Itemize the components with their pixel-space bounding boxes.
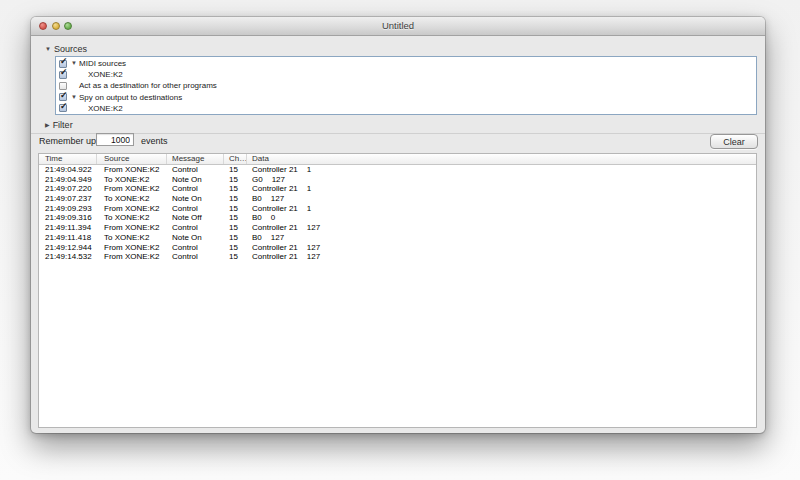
cell-source: From XONE:K2: [97, 252, 167, 262]
data-value: 1: [307, 204, 311, 213]
source-item[interactable]: ✓XONE:K2: [56, 103, 756, 114]
cell-time: 21:49:12.944: [39, 243, 97, 253]
remember-events-input[interactable]: [96, 133, 134, 146]
column-header-channel[interactable]: Ch…: [224, 154, 247, 165]
cell-data: Controller 211: [247, 204, 747, 214]
cell-data: Controller 21127: [247, 243, 747, 253]
data-label: Controller 21: [252, 204, 298, 213]
traffic-lights: [39, 22, 72, 30]
data-label: G0: [252, 175, 263, 184]
cell-message: Control: [167, 252, 224, 262]
sources-section-label: Sources: [54, 44, 87, 54]
data-label: Controller 21: [252, 252, 298, 261]
cell-time: 21:49:09.293: [39, 204, 97, 214]
cell-channel: 15: [224, 252, 247, 262]
data-label: B0: [252, 213, 262, 222]
minimize-button[interactable]: [52, 22, 60, 30]
data-label: Controller 21: [252, 223, 298, 232]
disclosure-collapsed-icon: ▶: [45, 122, 50, 128]
checkmark-glyph: ✓: [60, 56, 68, 67]
cell-data: Controller 21127: [247, 223, 747, 233]
source-item[interactable]: ✓▼Spy on output to destinations: [56, 92, 756, 103]
table-row[interactable]: 21:49:07.220From XONE:K2Control15Control…: [39, 184, 756, 194]
clear-button[interactable]: Clear: [710, 134, 758, 149]
data-label: Controller 21: [252, 243, 298, 252]
cell-message: Note On: [167, 233, 224, 243]
source-item[interactable]: ✓▼MIDI sources: [56, 58, 756, 69]
filter-section-disclosure[interactable]: ▶Filter: [45, 120, 73, 130]
checkbox-checked-icon[interactable]: ✓: [59, 104, 67, 112]
section-divider: [31, 133, 765, 134]
cell-data: Controller 21127: [247, 252, 747, 262]
data-value: 127: [307, 243, 320, 252]
source-item-label: Act as a destination for other programs: [79, 80, 217, 91]
cell-channel: 15: [224, 175, 247, 185]
table-row[interactable]: 21:49:09.316To XONE:K2Note Off15B00: [39, 213, 756, 223]
column-header-time[interactable]: Time: [39, 154, 97, 165]
data-value: 127: [271, 194, 284, 203]
window-titlebar[interactable]: Untitled: [31, 17, 765, 36]
cell-source: To XONE:K2: [97, 233, 167, 243]
cell-data: G0127: [247, 175, 747, 185]
cell-message: Note Off: [167, 213, 224, 223]
checkmark-glyph: ✓: [60, 67, 68, 78]
data-value: 0: [271, 213, 275, 222]
cell-time: 21:49:11.394: [39, 223, 97, 233]
column-header-source[interactable]: Source: [97, 154, 167, 165]
disclosure-expanded-icon: ▼: [45, 46, 51, 52]
window-content: ▼Sources ✓▼MIDI sources✓XONE:K2Act as a …: [31, 37, 765, 433]
cell-message: Control: [167, 204, 224, 214]
cell-source: From XONE:K2: [97, 243, 167, 253]
disclosure-expanded-icon[interactable]: ▼: [71, 58, 77, 69]
source-item[interactable]: Act as a destination for other programs: [56, 80, 756, 91]
source-item-label: XONE:K2: [88, 69, 123, 80]
table-row[interactable]: 21:49:11.418To XONE:K2Note On15B0127: [39, 233, 756, 243]
cell-channel: 15: [224, 213, 247, 223]
cell-data: B0127: [247, 194, 747, 204]
cell-message: Control: [167, 223, 224, 233]
column-header-message[interactable]: Message: [167, 154, 224, 165]
table-row[interactable]: 21:49:11.394From XONE:K2Control15Control…: [39, 223, 756, 233]
cell-data: B0127: [247, 233, 747, 243]
source-item[interactable]: ✓XONE:K2: [56, 69, 756, 80]
source-item-label: MIDI sources: [79, 58, 126, 69]
cell-time: 21:49:07.237: [39, 194, 97, 204]
checkbox-checked-icon[interactable]: ✓: [59, 71, 67, 79]
cell-data: Controller 211: [247, 165, 747, 175]
data-value: 1: [307, 165, 311, 174]
cell-source: From XONE:K2: [97, 165, 167, 175]
table-row[interactable]: 21:49:04.949To XONE:K2Note On15G0127: [39, 175, 756, 185]
close-button[interactable]: [39, 22, 47, 30]
cell-time: 21:49:09.316: [39, 213, 97, 223]
zoom-button[interactable]: [64, 22, 72, 30]
data-value: 127: [272, 175, 285, 184]
cell-time: 21:49:11.418: [39, 233, 97, 243]
events-table-body: 21:49:04.922From XONE:K2Control15Control…: [39, 165, 756, 427]
cell-channel: 15: [224, 204, 247, 214]
table-row[interactable]: 21:49:09.293From XONE:K2Control15Control…: [39, 204, 756, 214]
data-value: 127: [307, 223, 320, 232]
cell-channel: 15: [224, 243, 247, 253]
table-row[interactable]: 21:49:04.922From XONE:K2Control15Control…: [39, 165, 756, 175]
data-value: 127: [271, 233, 284, 242]
events-suffix-label: events: [141, 136, 168, 146]
cell-channel: 15: [224, 184, 247, 194]
table-row[interactable]: 21:49:14.532From XONE:K2Control15Control…: [39, 252, 756, 262]
disclosure-expanded-icon[interactable]: ▼: [71, 92, 77, 103]
column-header-data[interactable]: Data: [247, 154, 747, 165]
cell-message: Control: [167, 184, 224, 194]
sources-list: ✓▼MIDI sources✓XONE:K2Act as a destinati…: [55, 56, 757, 115]
cell-source: To XONE:K2: [97, 213, 167, 223]
cell-source: From XONE:K2: [97, 184, 167, 194]
table-row[interactable]: 21:49:12.944From XONE:K2Control15Control…: [39, 243, 756, 253]
cell-channel: 15: [224, 194, 247, 204]
cell-time: 21:49:04.949: [39, 175, 97, 185]
sources-section-disclosure[interactable]: ▼Sources: [45, 44, 87, 54]
cell-source: To XONE:K2: [97, 175, 167, 185]
table-row[interactable]: 21:49:07.237To XONE:K2Note On15B0127: [39, 194, 756, 204]
checkmark-glyph: ✓: [60, 101, 68, 112]
cell-channel: 15: [224, 223, 247, 233]
events-table: TimeSourceMessageCh…Data 21:49:04.922Fro…: [38, 153, 757, 428]
data-label: B0: [252, 194, 262, 203]
cell-message: Note On: [167, 175, 224, 185]
